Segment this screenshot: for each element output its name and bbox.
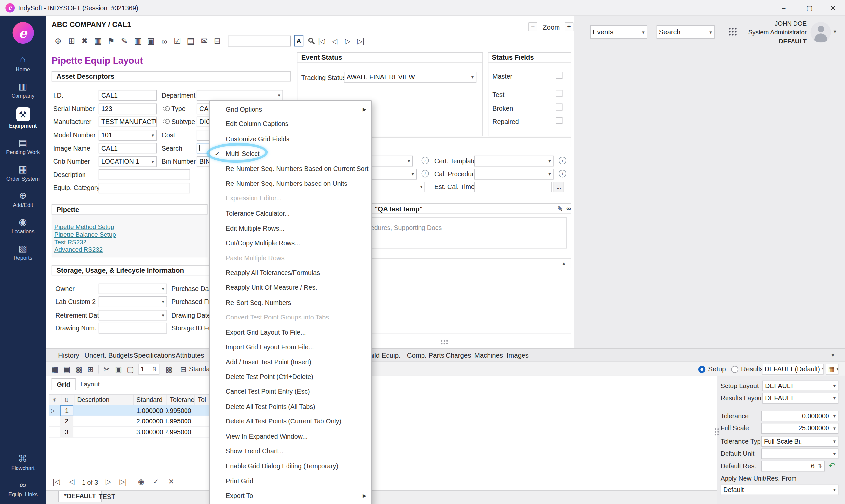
- advanced-rs232-link[interactable]: Advanced RS232: [54, 246, 103, 253]
- paste-rows-icon[interactable]: ▢: [125, 364, 136, 375]
- apply-from-select[interactable]: Default: [721, 485, 839, 496]
- default-unit-select[interactable]: [761, 448, 839, 459]
- tab-images[interactable]: Images: [507, 352, 529, 359]
- bookmark-icon[interactable]: ⚑: [106, 36, 116, 47]
- col-description[interactable]: Description: [74, 395, 133, 404]
- menu-item-view-in-expanded-window[interactable]: View In Expanded Window...: [210, 429, 371, 444]
- sidebar-item-locations[interactable]: ◉ Locations: [0, 217, 46, 234]
- menu-item-add-insert-test-point[interactable]: Add / Insert Test Point (Insert): [210, 355, 371, 369]
- layout-grid-button[interactable]: ▦: [826, 364, 839, 375]
- results-radio[interactable]: [732, 366, 738, 373]
- delete-icon[interactable]: ✖: [79, 36, 90, 47]
- default-res-stepper[interactable]: 6 ⇅: [761, 461, 825, 472]
- grid-view-icon[interactable]: ▦: [50, 364, 60, 375]
- spinner-arrows-icon[interactable]: ⇅: [817, 463, 822, 469]
- user-chevron-icon[interactable]: ▾: [834, 29, 837, 35]
- info-icon[interactable]: i: [421, 157, 429, 164]
- cut-icon[interactable]: ✂: [101, 364, 112, 375]
- sidebar-item-reports[interactable]: ▧ Reports: [0, 243, 46, 261]
- id-field[interactable]: CAL1: [99, 90, 157, 101]
- menu-item-delete-all-test-points-current-tab[interactable]: Delete All Test Points (Current Tab Only…: [210, 414, 371, 429]
- apply-check-icon[interactable]: ✓: [153, 478, 159, 486]
- add-grid-icon[interactable]: ⊞: [66, 36, 77, 47]
- cal-procedure-select[interactable]: [474, 169, 554, 180]
- record-next-icon[interactable]: ▷: [345, 37, 350, 45]
- info-icon[interactable]: i: [559, 157, 567, 164]
- cell-standard[interactable]: 3.000000: [133, 427, 166, 438]
- menu-item-tolerance-calculator[interactable]: Tolerance Calculator...: [210, 206, 371, 221]
- results-layout-select[interactable]: DEFAULT: [762, 393, 839, 404]
- owner-select[interactable]: [99, 284, 167, 294]
- record-last-icon[interactable]: ▷|: [357, 37, 364, 45]
- cell-description[interactable]: [73, 427, 133, 438]
- cell-tolerance[interactable]: 2.995000: [166, 427, 194, 438]
- sidebar-item-equipment[interactable]: ⚒ Equipment: [0, 107, 46, 129]
- menu-item-resort-seq-numbers[interactable]: Re-Sort Seq. Numbers: [210, 295, 371, 310]
- events-dropdown[interactable]: Events: [590, 25, 647, 39]
- cell-description[interactable]: [73, 405, 133, 416]
- undo-icon[interactable]: ↶: [829, 461, 836, 470]
- table-row[interactable]: ▷ 1 1.000000 0.995000: [49, 405, 234, 416]
- link-icon[interactable]: ∞: [159, 36, 170, 47]
- sort-icon[interactable]: ⇅: [61, 395, 74, 404]
- test-rs232-link[interactable]: Test RS232: [54, 239, 87, 245]
- avatar[interactable]: [811, 22, 831, 42]
- image-name-field[interactable]: CAL1: [99, 143, 157, 154]
- dense-view-icon[interactable]: ▩: [73, 364, 84, 375]
- row-view-icon[interactable]: ▤: [61, 364, 72, 375]
- sidebar-item-equip-links[interactable]: ∞ Equip. Links: [0, 480, 46, 498]
- table-row[interactable]: 2 2.000000 1.995000: [49, 416, 234, 427]
- serial-number-field[interactable]: 123: [99, 103, 157, 114]
- menu-item-export-grid-layout[interactable]: Export Grid Layout To File...: [210, 325, 371, 340]
- menu-item-delete-test-point[interactable]: Delete Test Point (Ctrl+Delete): [210, 369, 371, 384]
- menu-item-import-grid-layout[interactable]: Import Grid Layout From File...: [210, 340, 371, 355]
- menu-item-renumber-seq-current-sort[interactable]: Re-Number Seq. Numbers Based on Current …: [210, 161, 371, 176]
- row-number-cell[interactable]: 2: [60, 416, 73, 427]
- tracking-status-select[interactable]: AWAIT. FINAL REVIEW: [344, 72, 477, 83]
- font-toggle-button[interactable]: A: [294, 35, 303, 46]
- edit-template-icon[interactable]: ✎: [557, 205, 563, 213]
- sidebar-item-add-edit[interactable]: ⊕ Add/Edit: [0, 190, 46, 208]
- description-field[interactable]: [99, 169, 191, 180]
- note-add-icon[interactable]: ⊟: [212, 36, 223, 47]
- setup-radio-label[interactable]: Setup: [708, 365, 725, 373]
- row-number-cell[interactable]: 3: [60, 427, 73, 438]
- menu-item-enable-grid-dialog-editing[interactable]: Enable Grid Dialog Editing (Temporary): [210, 459, 371, 474]
- grid-prev-icon[interactable]: ◁: [69, 478, 74, 486]
- restore-button[interactable]: ▢: [797, 0, 821, 16]
- repaired-checkbox[interactable]: [556, 117, 562, 124]
- menu-item-reapply-unit-of-measure[interactable]: Reapply Unit Of Measure / Res.: [210, 280, 371, 295]
- menu-item-edit-multiple-rows[interactable]: Edit Multiple Rows...: [210, 221, 371, 236]
- menu-item-export-to[interactable]: Export To ▶: [210, 488, 371, 503]
- layout-default-select[interactable]: DEFAULT (Default): [762, 364, 824, 375]
- manufacturer-select[interactable]: TEST MANUFACTU: [99, 116, 157, 127]
- copy-rows-icon[interactable]: ▣: [113, 364, 124, 375]
- pipette-balance-setup-link[interactable]: Pipette Balance Setup: [54, 231, 116, 238]
- menu-item-cut-copy-multiple-rows[interactable]: Cut/Copy Multiple Rows...: [210, 236, 371, 251]
- results-radio-label[interactable]: Results: [741, 365, 763, 373]
- tab-uncert-budgets[interactable]: Uncert. Budgets: [85, 352, 133, 359]
- menu-item-delete-all-test-points-all-tabs[interactable]: Delete All Test Points (All Tabs): [210, 399, 371, 414]
- cancel-x-icon[interactable]: ✕: [168, 478, 174, 486]
- est-cal-time-field[interactable]: [474, 182, 552, 193]
- insert-grid-icon[interactable]: ⊞: [85, 364, 96, 375]
- cert-template-select[interactable]: [474, 156, 554, 167]
- tab-charges[interactable]: Charges: [446, 352, 471, 359]
- col-standard[interactable]: Standard: [133, 395, 166, 404]
- group-grid-icon[interactable]: ▩: [164, 364, 175, 375]
- master-checkbox[interactable]: [556, 72, 562, 78]
- sidebar-item-company[interactable]: ▥ Company: [0, 81, 46, 99]
- tab-specifications[interactable]: Specifications: [134, 352, 175, 359]
- info-icon[interactable]: i: [421, 170, 429, 177]
- crib-number-select[interactable]: LOCATION 1: [99, 156, 157, 167]
- equip-category-field[interactable]: [99, 182, 191, 193]
- zoom-in-button[interactable]: +: [565, 23, 573, 31]
- sidebar-item-pending-work[interactable]: ▤ Pending Work: [0, 137, 46, 155]
- menu-item-grid-options[interactable]: Grid Options ▶: [210, 102, 371, 117]
- menu-item-edit-column-captions[interactable]: Edit Column Captions: [210, 117, 371, 132]
- menu-item-reapply-all-tolerances[interactable]: Reapply All Tolerances/Formulas: [210, 265, 371, 280]
- tab-grid[interactable]: Grid: [52, 378, 76, 390]
- department-select[interactable]: [197, 90, 283, 101]
- broken-checkbox[interactable]: [556, 103, 562, 110]
- search-dropdown[interactable]: Search: [657, 25, 715, 39]
